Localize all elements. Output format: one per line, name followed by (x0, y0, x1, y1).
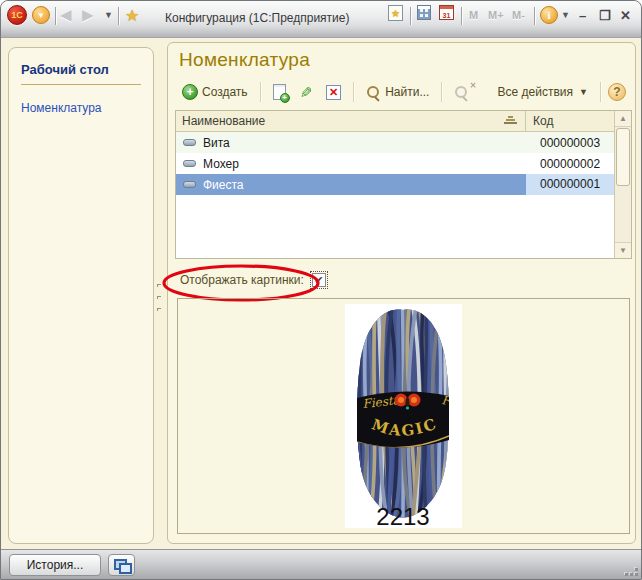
nav-back-button[interactable]: ◀ (60, 5, 72, 25)
magnifier-icon (366, 85, 381, 100)
info-caret[interactable]: ▼ (561, 5, 570, 25)
show-pictures-row: Отображать картинки: ✔ (180, 272, 326, 288)
divider (21, 84, 141, 85)
nav-history-caret[interactable]: ▼ (104, 5, 113, 25)
item-code: 000000003 (526, 136, 614, 150)
titlebar: 1С ▼ ◀ ▶ ▼ ★ Конфигурация (1С:Предприяти… (1, 1, 641, 38)
catalog-item-icon (183, 139, 196, 146)
nav-forward-button[interactable]: ▶ (82, 5, 94, 25)
item-name: Мохер (203, 157, 526, 171)
table-row[interactable]: Фиеста000000001 (176, 174, 614, 195)
clear-search-button: ✕ (449, 83, 474, 102)
sidebar: Рабочий стол Номенклатура (8, 47, 154, 544)
create-button[interactable]: + Создать (177, 82, 253, 102)
show-pictures-label: Отображать картинки: (180, 273, 304, 287)
sidebar-item-nomenklatura[interactable]: Номенклатура (21, 101, 141, 115)
separator (353, 82, 354, 102)
separator (260, 82, 261, 102)
memory-m-plus-button[interactable]: M+ (488, 5, 504, 25)
history-button[interactable]: История... (9, 554, 101, 576)
scroll-up-button[interactable]: ▲ (615, 111, 631, 127)
yarn-color-code: 2213 (376, 503, 429, 528)
edit-button[interactable]: ✎ (295, 83, 318, 102)
table-body: Вита000000003Мохер000000002Фиеста0000000… (176, 132, 614, 258)
copy-button[interactable]: + (268, 82, 291, 102)
panel-splitter[interactable] (157, 284, 163, 320)
show-pictures-checkbox[interactable]: ✔ (312, 273, 326, 287)
item-code: 000000001 (526, 174, 614, 195)
minimize-button[interactable]: – (579, 5, 586, 25)
catalog-item-icon (183, 160, 196, 167)
all-actions-button[interactable]: Все действия ▼ (493, 83, 593, 101)
window-title: Конфигурация (1С:Предприятие) (165, 11, 350, 25)
close-button[interactable]: ✕ (620, 5, 631, 25)
chevron-down-icon: ▼ (37, 11, 45, 20)
separator (600, 82, 601, 102)
items-table: Наименование Код Вита000000003Мохер00000… (175, 110, 632, 259)
page-title: Номенклатура (179, 49, 310, 71)
1c-logo-icon: 1С (7, 5, 27, 25)
product-photo: Fiesta Fiesta (345, 304, 462, 528)
separator (410, 7, 411, 25)
item-name: Фиеста (203, 178, 526, 192)
sidebar-heading: Рабочий стол (21, 62, 141, 77)
content-area: Рабочий стол Номенклатура Номенклатура +… (1, 38, 641, 549)
column-header-code[interactable]: Код (526, 111, 614, 131)
memory-m-minus-button[interactable]: M- (512, 5, 525, 25)
separator (461, 7, 462, 25)
memory-m-button[interactable]: M (469, 5, 478, 25)
scroll-down-button[interactable]: ▼ (615, 242, 631, 258)
copy-document-icon: + (273, 84, 286, 100)
table-header: Наименование Код (176, 111, 614, 132)
item-code: 000000002 (526, 157, 614, 171)
delete-x-icon: ✕ (326, 85, 341, 100)
separator (534, 7, 535, 25)
find-button-label: Найти... (385, 85, 429, 99)
separator (441, 82, 442, 102)
delete-button[interactable]: ✕ (321, 83, 346, 102)
pencil-icon: ✎ (300, 85, 313, 100)
calendar-button[interactable]: 31 (439, 5, 454, 20)
resize-grip[interactable] (626, 564, 638, 576)
column-header-name[interactable]: Наименование (176, 111, 526, 131)
favorites-star-icon[interactable]: ★ (125, 5, 139, 25)
yarn-skein-image: Fiesta Fiesta (345, 304, 462, 528)
sort-icon (504, 116, 517, 125)
maximize-button[interactable]: ❒ (599, 5, 611, 25)
table-scrollbar[interactable]: ▲ ▼ (614, 111, 631, 258)
picture-panel: Fiesta Fiesta (177, 298, 630, 534)
main-menu-button[interactable]: ▼ (32, 6, 50, 24)
list-toolbar: + Создать + ✎ ✕ Найти... (177, 79, 626, 105)
item-name: Вита (203, 136, 526, 150)
main-panel: Номенклатура + Создать + ✎ ✕ (167, 42, 636, 544)
info-button[interactable]: i (540, 6, 558, 24)
checkmark-icon: ✔ (314, 274, 323, 286)
table-row[interactable]: Вита000000003 (176, 132, 614, 153)
statusbar: История... (1, 549, 641, 579)
separator (118, 7, 119, 25)
table-row[interactable]: Мохер000000002 (176, 153, 614, 174)
app-window: 1С ▼ ◀ ▶ ▼ ★ Конфигурация (1С:Предприяти… (0, 0, 642, 580)
bookmark-star-button[interactable]: ★ (388, 5, 403, 21)
separator (55, 7, 56, 25)
all-actions-label: Все действия (498, 85, 573, 99)
magnifier-x-icon (454, 85, 469, 100)
column-name-label: Наименование (182, 114, 265, 128)
find-button[interactable]: Найти... (361, 83, 434, 102)
plus-circle-icon: + (182, 84, 198, 100)
help-button[interactable]: ? (608, 83, 626, 101)
column-code-label: Код (533, 114, 553, 128)
create-button-label: Создать (202, 85, 248, 99)
sessions-button[interactable] (108, 554, 135, 576)
catalog-item-icon (183, 181, 196, 188)
calculator-button[interactable] (417, 5, 431, 20)
chevron-down-icon: ▼ (579, 87, 588, 97)
scrollbar-thumb[interactable] (616, 128, 630, 186)
